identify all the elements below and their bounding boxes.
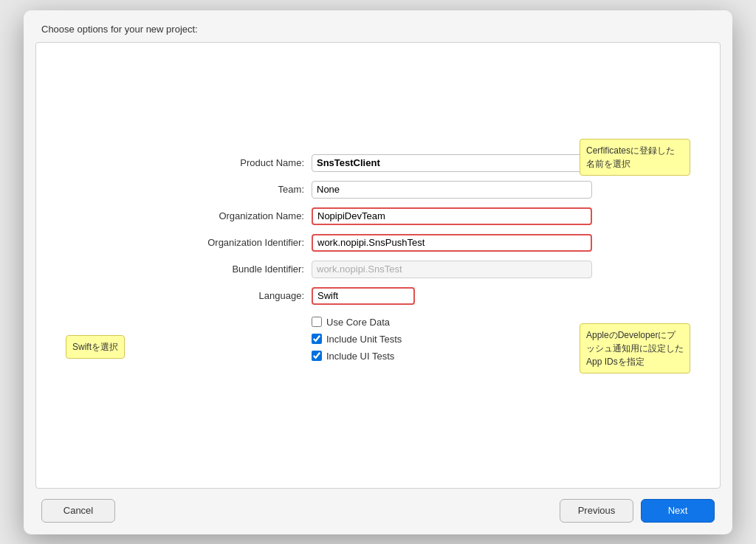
include-ui-tests-checkbox[interactable] bbox=[312, 351, 322, 361]
use-core-data-label: Use Core Data bbox=[326, 317, 390, 328]
previous-button[interactable]: Previous bbox=[560, 499, 633, 523]
org-id-label: Organization Identifier: bbox=[164, 237, 312, 248]
org-name-row: Organization Name: bbox=[164, 207, 592, 225]
dialog: Choose options for your new project: Cer… bbox=[24, 10, 732, 534]
bundle-id-label: Bundle Identifier: bbox=[164, 264, 312, 275]
annotation-swift: Swiftを選択 bbox=[66, 335, 125, 359]
bundle-id-input bbox=[312, 261, 592, 278]
product-name-input[interactable] bbox=[312, 154, 592, 172]
language-label: Language: bbox=[164, 290, 312, 301]
language-row: Language: bbox=[164, 287, 592, 305]
org-id-input[interactable] bbox=[312, 234, 592, 252]
language-input[interactable] bbox=[312, 287, 415, 305]
product-name-row: Product Name: bbox=[164, 154, 592, 172]
team-row: Team: bbox=[164, 181, 592, 199]
org-name-label: Organization Name: bbox=[164, 210, 312, 221]
annotation-appids: AppleのDeveloperにプッシュ通知用に設定したApp IDsを指定 bbox=[580, 323, 690, 373]
org-id-row: Organization Identifier: bbox=[164, 234, 592, 252]
org-name-input[interactable] bbox=[312, 207, 592, 225]
footer-right: Previous Next bbox=[560, 499, 715, 523]
cancel-button[interactable]: Cancel bbox=[41, 499, 115, 523]
team-input[interactable] bbox=[312, 181, 592, 199]
bundle-id-row: Bundle Identifier: bbox=[164, 261, 592, 278]
include-unit-tests-label: Include Unit Tests bbox=[326, 334, 402, 345]
include-ui-tests-row: Include UI Tests bbox=[312, 351, 592, 362]
annotation-certificates: Cerfificatesに登録した名前を選択 bbox=[580, 139, 690, 176]
include-unit-tests-checkbox[interactable] bbox=[312, 334, 322, 344]
team-label: Team: bbox=[164, 184, 312, 195]
dialog-body: Cerfificatesに登録した名前を選択 AppleのDeveloperにプ… bbox=[35, 42, 721, 489]
dialog-footer: Cancel Previous Next bbox=[24, 489, 732, 534]
product-name-label: Product Name: bbox=[164, 157, 312, 168]
checkboxes-container: Use Core Data Include Unit Tests Include… bbox=[312, 317, 592, 362]
next-button[interactable]: Next bbox=[641, 499, 715, 523]
use-core-data-checkbox[interactable] bbox=[312, 317, 322, 327]
form-container: Product Name: Team: Organization Name: O… bbox=[164, 154, 592, 362]
dialog-heading: Choose options for your new project: bbox=[24, 10, 732, 42]
include-unit-tests-row: Include Unit Tests bbox=[312, 334, 592, 345]
use-core-data-row: Use Core Data bbox=[312, 317, 592, 328]
include-ui-tests-label: Include UI Tests bbox=[326, 351, 394, 362]
